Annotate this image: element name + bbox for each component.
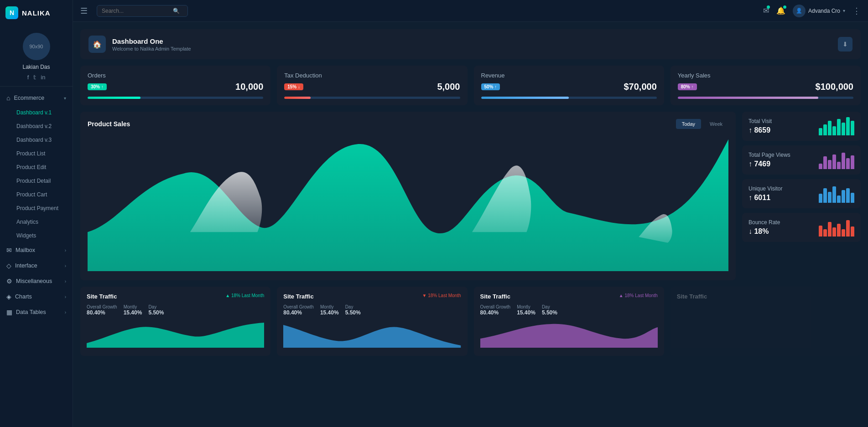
tab-today[interactable]: Today — [676, 119, 701, 129]
sidebar-item-product-cart[interactable]: Product Cart — [0, 188, 73, 201]
traffic-stats-3: Overall Growth 80.40% Montly 15.40% Day … — [480, 304, 658, 316]
user-display-name: Advanda Cro — [808, 8, 840, 14]
mail-icon: ✉ — [6, 247, 12, 254]
page-subtitle: Welcome to Nalika Admin Template — [112, 46, 191, 51]
chevron-right-icon: › — [65, 248, 66, 253]
bell-notification-dot — [783, 5, 786, 9]
sidebar-logo: N NALIKA — [0, 0, 73, 26]
sidebar-item-ecommerce[interactable]: ⌂ Ecommerce ▾ — [0, 90, 73, 106]
traffic-chart-1 — [87, 320, 264, 348]
logo-icon: N — [5, 6, 18, 19]
facebook-icon[interactable]: f — [27, 74, 29, 81]
misc-icon: ⚙ — [6, 278, 12, 285]
sidebar-item-data-tables[interactable]: ▦ Data Tables › — [0, 304, 73, 320]
header-right: ✉ 🔔 👤 Advanda Cro ▾ ⋮ — [763, 5, 861, 17]
user-chevron-icon: ▾ — [843, 8, 845, 13]
stat-card-orders: Orders 30% ↑ 10,000 — [80, 66, 270, 105]
traffic-badge-2: ▼ 18% Last Month — [422, 293, 461, 298]
page-views-bars — [819, 151, 854, 169]
revenue-title: Revenue — [481, 72, 505, 79]
site-traffic-card-4: Site Traffic — [670, 287, 861, 356]
user-menu[interactable]: 👤 Advanda Cro ▾ — [793, 5, 845, 17]
sidebar-item-analytics[interactable]: Analytics — [0, 215, 73, 229]
traffic-stats-1: Overall Growth 80.40% Montly 15.40% Day … — [87, 304, 264, 316]
linkedin-icon[interactable]: in — [41, 74, 45, 81]
chevron-right-icon2: › — [65, 263, 66, 268]
sidebar-user-section: 90x90 Lakian Das f 𝕥 in — [0, 26, 73, 87]
email-notification-dot — [767, 5, 770, 9]
download-button[interactable]: ⬇ — [838, 37, 852, 51]
traffic-title-4: Site Traffic — [677, 293, 707, 300]
page-views-value: ↑ 7469 — [748, 160, 790, 168]
sidebar-item-mailbox[interactable]: ✉ Mailbox › — [0, 242, 73, 258]
header: ☰ 🔍 ✉ 🔔 👤 Advanda Cro ▾ ⋮ — [73, 0, 868, 22]
total-visit-title: Total Visit — [748, 118, 772, 124]
sidebar-item-interface[interactable]: ◇ Interface › — [0, 258, 73, 273]
sidebar-item-dashboard-v3[interactable]: Dashboard v.3 — [0, 133, 73, 147]
sidebar-item-miscellaneous[interactable]: ⚙ Miscellaneous › — [0, 273, 73, 289]
revenue-value: $70,000 — [624, 82, 656, 92]
sidebar-item-product-edit[interactable]: Product Edit — [0, 160, 73, 174]
chevron-right-icon3: › — [65, 279, 66, 284]
bell-icon[interactable]: 🔔 — [776, 6, 785, 15]
sidebar: N NALIKA 90x90 Lakian Das f 𝕥 in ⌂ Ecomm… — [0, 0, 73, 427]
orders-title: Orders — [88, 72, 106, 79]
user-avatar: 👤 — [793, 5, 806, 17]
content-area: 🏠 Dashboard One Welcome to Nalika Admin … — [73, 22, 868, 427]
traffic-title-2: Site Traffic — [283, 293, 313, 300]
sidebar-charts-label: Charts — [15, 293, 32, 300]
hamburger-icon[interactable]: ☰ — [80, 6, 88, 16]
bottom-row: Site Traffic ▲ 18% Last Month Overall Gr… — [80, 287, 861, 356]
sidebar-item-product-payment[interactable]: Product Payment — [0, 201, 73, 215]
page-header-icon: 🏠 — [88, 36, 106, 53]
traffic-badge-1: ▲ 18% Last Month — [225, 293, 264, 298]
traffic-title-3: Site Traffic — [480, 293, 510, 300]
chevron-right-icon4: › — [65, 294, 66, 299]
site-traffic-card-3: Site Traffic ▲ 18% Last Month Overall Gr… — [474, 287, 664, 356]
total-page-views-card: Total Page Views ↑ 7469 — [742, 145, 861, 175]
sidebar-ecommerce-label: Ecommerce — [14, 95, 44, 101]
more-options-icon[interactable]: ⋮ — [852, 6, 861, 16]
bounce-rate-value: ↓ 18% — [748, 227, 780, 236]
sidebar-item-charts[interactable]: ◈ Charts › — [0, 289, 73, 304]
sidebar-item-product-list[interactable]: Product List — [0, 147, 73, 160]
sidebar-item-product-detail[interactable]: Product Detail — [0, 174, 73, 188]
twitter-icon[interactable]: 𝕥 — [33, 74, 36, 81]
email-icon[interactable]: ✉ — [763, 6, 769, 15]
stats-row: Orders 30% ↑ 10,000 Tax Deduction 15% ↓ … — [80, 66, 861, 105]
chart-header: Product Sales Today Week — [88, 119, 728, 129]
sidebar-mailbox-label: Mailbox — [16, 247, 35, 253]
yearly-sales-badge: 80% ↑ — [678, 83, 697, 90]
bounce-rate-title: Bounce Rate — [748, 219, 780, 226]
bounce-rate-card: Bounce Rate ↓ 18% — [742, 213, 861, 242]
charts-icon: ◈ — [6, 293, 11, 300]
stat-card-tax: Tax Deduction 15% ↓ 5,000 — [277, 66, 467, 105]
middle-row: Product Sales Today Week — [80, 112, 861, 280]
chevron-down-icon: ▾ — [64, 96, 66, 101]
traffic-chart-3 — [480, 320, 658, 348]
app-name: NALIKA — [22, 9, 51, 17]
revenue-badge: 50% ↑ — [481, 83, 500, 90]
yearly-sales-title: Yearly Sales — [678, 72, 711, 79]
site-traffic-card-2: Site Traffic ▼ 18% Last Month Overall Gr… — [277, 287, 467, 356]
unique-visitor-bars — [819, 185, 854, 203]
total-visit-value: ↑ 8659 — [748, 126, 772, 134]
user-name: Lakian Das — [22, 64, 50, 70]
stat-card-revenue: Revenue 50% ↑ $70,000 — [474, 66, 664, 105]
unique-visitor-value: ↑ 6011 — [748, 194, 782, 202]
search-input[interactable] — [102, 8, 170, 14]
chart-title: Product Sales — [88, 120, 130, 128]
traffic-badge-3: ▲ 18% Last Month — [619, 293, 658, 298]
site-traffic-card-1: Site Traffic ▲ 18% Last Month Overall Gr… — [80, 287, 270, 356]
traffic-chart-2 — [283, 320, 461, 348]
sidebar-item-dashboard-v2[interactable]: Dashboard v.2 — [0, 119, 73, 133]
sidebar-item-widgets[interactable]: Widgets — [0, 229, 73, 242]
product-sales-chart-card: Product Sales Today Week — [80, 112, 736, 280]
sidebar-item-dashboard-v1[interactable]: Dashboard v.1 — [0, 106, 73, 119]
orders-badge: 30% ↑ — [88, 83, 107, 90]
tab-week[interactable]: Week — [704, 119, 728, 129]
avatar: 90x90 — [23, 33, 50, 60]
total-visit-bars — [819, 117, 854, 135]
bounce-rate-bars — [819, 218, 854, 237]
tax-value: 5,000 — [437, 82, 460, 92]
